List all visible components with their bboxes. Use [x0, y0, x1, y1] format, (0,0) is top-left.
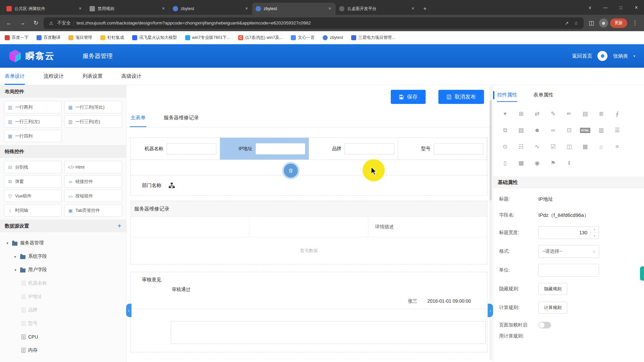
stepper-down-icon[interactable]: ∨ — [590, 233, 599, 239]
tree-leaf-cpu[interactable]: CPU — [0, 330, 126, 344]
feedback-widget[interactable] — [640, 266, 644, 281]
field-ip-address-selected[interactable]: IP地址 — [220, 138, 309, 160]
tab-search-icon[interactable]: ∨ — [582, 0, 598, 15]
close-icon[interactable]: × — [410, 6, 416, 12]
tree-node-root[interactable]: ▾服务器管理 — [0, 236, 126, 250]
hide-rule-button[interactable]: 隐藏规则 — [538, 283, 567, 295]
grid-icon[interactable]: ▦ — [577, 139, 593, 155]
security-warning-icon[interactable]: ⚠ — [48, 20, 55, 26]
bookmark-item[interactable]: 百度一下 — [5, 35, 29, 41]
address-icon[interactable]: ⌂ — [593, 139, 609, 155]
minimize-button[interactable]: — — [598, 0, 613, 15]
subform-column-empty[interactable] — [250, 217, 368, 237]
tree-caret-icon[interactable]: ▾ — [13, 268, 17, 272]
control-vue[interactable]: ▽Vue组件 — [4, 190, 62, 202]
share-icon[interactable]: ↗ — [564, 20, 570, 26]
menu-icon[interactable]: ☰ — [609, 122, 625, 138]
transfer-icon[interactable]: ⇄ — [529, 106, 545, 122]
menu-icon[interactable]: ⋮ — [629, 17, 641, 29]
tree-node-user-fields[interactable]: ▾用户字段 — [0, 263, 126, 277]
richtext-icon[interactable]: ≣ — [593, 106, 609, 122]
tab-form-design[interactable]: 表单设计 — [5, 68, 25, 85]
control-tab[interactable]: ▣Tab页签控件 — [64, 204, 122, 217]
browser-tab-active[interactable]: zbytest × — [252, 3, 335, 15]
app-logo[interactable]: 瞬翕云 — [9, 49, 76, 63]
empty-layout-row[interactable] — [130, 160, 487, 175]
bookmark-item[interactable]: 百度翻译 — [37, 35, 60, 41]
cascader-icon[interactable]: ⊞ — [513, 106, 529, 122]
list-icon[interactable]: ≡ — [609, 139, 625, 155]
brand-input[interactable] — [344, 143, 394, 155]
browser-tab[interactable]: 公共区·洲聚软件 × — [3, 3, 86, 15]
delete-field-button[interactable] — [284, 164, 298, 178]
close-window-button[interactable]: ✕ — [629, 0, 644, 15]
browser-tab[interactable]: zbytest × — [169, 3, 252, 15]
chevron-down-icon[interactable]: ▾ — [633, 54, 635, 58]
subform-column-empty[interactable] — [131, 217, 250, 237]
bookmark-item[interactable]: 讯飞星火认知大模型 — [132, 35, 177, 41]
tab-form-properties[interactable]: 表单属性 — [533, 85, 553, 105]
field-model[interactable]: 型号 — [398, 138, 487, 160]
maximize-button[interactable]: □ — [613, 0, 629, 15]
control-dialog[interactable]: ⧉弹窗 — [4, 175, 62, 188]
tab-advanced-design[interactable]: 高级设计 — [121, 68, 142, 85]
tree-node-system-fields[interactable]: ▸系统字段 — [0, 250, 126, 263]
tree-leaf-machine-name[interactable]: 机器名称 — [0, 277, 126, 290]
barcode-icon[interactable]: ‖ — [561, 155, 577, 171]
image-icon[interactable]: ▧ — [513, 122, 529, 138]
bookmark-item[interactable]: C(17条消息) win7及... — [238, 35, 283, 41]
control-html[interactable]: </>Html — [64, 161, 122, 173]
sketch-icon[interactable]: ✏ — [561, 106, 577, 122]
checkbox-icon[interactable]: ☑ — [545, 139, 561, 155]
control-two-columns[interactable]: ▥一行两列 — [4, 101, 62, 113]
calc-rule-button[interactable]: 计算规则 — [538, 302, 567, 314]
close-icon[interactable]: × — [244, 6, 250, 12]
update-button[interactable]: 更新 — [610, 18, 627, 28]
save-button[interactable]: 保存 — [391, 90, 426, 104]
tree-caret-icon[interactable]: ▸ — [13, 254, 17, 259]
tab-control-properties[interactable]: 控件属性 — [497, 85, 517, 105]
field-machine-name[interactable]: 机器名称 — [131, 138, 220, 160]
username[interactable]: 张炳炎 — [613, 53, 628, 59]
tree-leaf-ip-address[interactable]: IP地址 — [0, 290, 126, 303]
control-link[interactable]: ∞链接控件 — [64, 175, 122, 188]
collapse-left-panel-handle[interactable]: ‹ — [126, 304, 131, 317]
bookmark-item[interactable]: zbytest — [323, 35, 343, 40]
control-button[interactable]: ▭按钮组件 — [64, 190, 122, 202]
model-input[interactable] — [434, 143, 484, 155]
radio-icon[interactable]: ⊙ — [497, 139, 513, 155]
select-icon[interactable]: ▾ — [497, 106, 513, 122]
curve-icon[interactable]: ∿ — [529, 139, 545, 155]
new-tab-button[interactable]: + — [420, 4, 430, 14]
forward-icon[interactable]: → — [17, 17, 28, 29]
review-section[interactable]: 审核意见 审核通过 张三 2016-01-01 09:00:00 — [130, 272, 487, 352]
tab-list-settings[interactable]: 列表设置 — [83, 68, 103, 85]
copy-icon[interactable]: ⧉ — [497, 122, 513, 138]
bookmark-item[interactable]: win7专业版7601下... — [185, 35, 230, 41]
control-four-columns[interactable]: ▦一行四列 — [4, 130, 62, 142]
control-timeline[interactable]: ↕时间轴 — [4, 204, 62, 217]
back-icon[interactable]: ← — [3, 17, 15, 29]
tab-repair-records[interactable]: 服务器维修记录 — [163, 109, 200, 127]
subform-repair-records[interactable]: 服务器维修记录 详情描述 暂无数据 — [130, 201, 487, 264]
user-icon[interactable]: ☻ — [529, 122, 545, 138]
columns-icon[interactable]: ▥ — [593, 122, 609, 138]
refresh-icon[interactable]: ↻ — [30, 17, 42, 29]
format-select[interactable]: --请选择-- ∨ — [538, 245, 599, 258]
canvas-scrollbar[interactable] — [489, 86, 492, 361]
html-icon[interactable]: HTML — [577, 122, 593, 138]
stepper-up-icon[interactable]: ∧ — [590, 227, 599, 233]
expand-right-panel-handle[interactable]: › — [488, 304, 493, 317]
tree-leaf-brand[interactable]: 品牌 — [0, 303, 126, 317]
address-bar[interactable]: ⚠ 不安全 test.zhoujusoft.com/backstage/desi… — [44, 17, 584, 29]
machine-name-input[interactable] — [166, 143, 216, 155]
field-department[interactable]: 部门名称 — [130, 175, 487, 196]
tree-leaf-model[interactable]: 型号 — [0, 317, 126, 330]
cancel-publish-button[interactable]: 取消发布 — [438, 90, 484, 104]
bookmark-item[interactable]: 项目管理 — [68, 35, 92, 41]
scrollbar-thumb[interactable] — [490, 100, 492, 200]
bookmark-item[interactable]: 钉钉集成 — [100, 35, 124, 41]
control-three-columns-equal[interactable]: ▦一行三列(等比) — [64, 101, 122, 113]
sidebar-icon[interactable]: ◫ — [586, 17, 597, 29]
browser-tab[interactable]: 禁用规则 × — [86, 3, 169, 15]
